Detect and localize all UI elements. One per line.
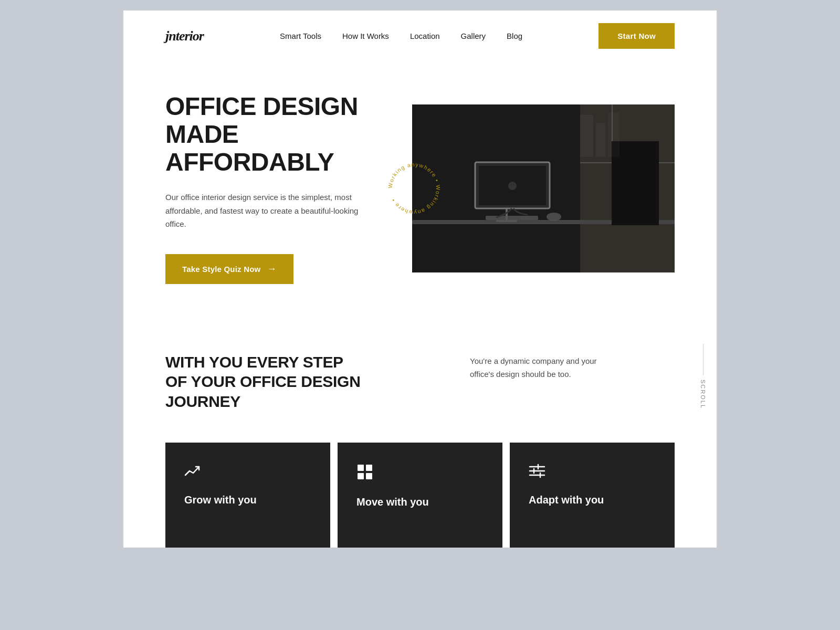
journey-right: You're a dynamic company and your office…: [428, 352, 675, 381]
nav-item-location[interactable]: Location: [410, 32, 440, 41]
trend-up-icon: [184, 464, 203, 478]
desk-scene-svg: [412, 104, 675, 272]
quiz-button-label: Take Style Quiz Now: [182, 265, 260, 274]
scroll-line: [703, 344, 704, 375]
svg-text:Working anywhere • Working any: Working anywhere • Working anywhere •: [387, 161, 442, 216]
journey-left: WITH YOU EVERY STEP OF YOUR OFFICE DESIG…: [165, 352, 428, 412]
start-now-button[interactable]: Start Now: [598, 23, 675, 49]
adjust-sliders-icon: [529, 464, 545, 478]
hero-image: [412, 104, 675, 272]
journey-description: You're a dynamic company and your office…: [470, 354, 617, 381]
circular-text-badge: Working anywhere • Working anywhere •: [385, 160, 443, 217]
navbar: jnterior Smart Tools How It Works Locati…: [123, 10, 717, 61]
sliders-icon: [529, 464, 656, 478]
card-grow-title: Grow with you: [184, 494, 311, 506]
svg-rect-18: [366, 465, 372, 471]
page-wrapper: jnterior Smart Tools How It Works Locati…: [123, 10, 717, 548]
svg-point-10: [508, 182, 517, 190]
hero-section: OFFICE DESIGN MADE AFFORDABLY Our office…: [123, 61, 717, 316]
quiz-button[interactable]: Take Style Quiz Now →: [165, 254, 293, 284]
trend-icon: [184, 464, 311, 478]
svg-rect-16: [608, 112, 620, 157]
journey-section: WITH YOU EVERY STEP OF YOUR OFFICE DESIG…: [123, 316, 717, 438]
nav-link-blog[interactable]: Blog: [507, 32, 522, 40]
journey-title: WITH YOU EVERY STEP OF YOUR OFFICE DESIG…: [165, 352, 428, 412]
office-photo: [412, 104, 675, 272]
card-move: Move with you: [338, 443, 502, 548]
svg-point-12: [547, 213, 561, 221]
grid-icon: [356, 464, 484, 480]
nav-item-blog[interactable]: Blog: [507, 32, 522, 41]
nav-link-how-it-works[interactable]: How It Works: [342, 32, 389, 40]
svg-rect-20: [366, 473, 372, 479]
svg-rect-15: [596, 123, 605, 157]
card-move-title: Move with you: [356, 496, 484, 508]
cards-section: Grow with you Move with you: [123, 443, 717, 548]
grid-squares-icon: [356, 464, 373, 480]
nav-links: Smart Tools How It Works Location Galler…: [280, 32, 522, 41]
svg-rect-14: [580, 115, 593, 157]
scroll-indicator: SCROLL: [700, 344, 706, 409]
scroll-label: SCROLL: [700, 380, 706, 409]
hero-description: Our office interior design service is th…: [165, 191, 370, 231]
svg-rect-11: [486, 216, 538, 220]
svg-rect-17: [358, 465, 364, 471]
nav-item-how-it-works[interactable]: How It Works: [342, 32, 389, 41]
nav-item-smart-tools[interactable]: Smart Tools: [280, 32, 321, 41]
svg-rect-19: [358, 473, 364, 479]
hero-title: OFFICE DESIGN MADE AFFORDABLY: [165, 93, 391, 176]
card-grow: Grow with you: [165, 443, 330, 548]
nav-link-smart-tools[interactable]: Smart Tools: [280, 32, 321, 40]
card-adapt: Adapt with you: [510, 443, 675, 548]
nav-item-gallery[interactable]: Gallery: [461, 32, 486, 41]
logo: jnterior: [165, 28, 204, 44]
svg-rect-7: [496, 220, 517, 222]
nav-link-location[interactable]: Location: [410, 32, 440, 40]
nav-link-gallery[interactable]: Gallery: [461, 32, 486, 40]
arrow-icon: →: [267, 264, 276, 275]
circular-text-svg: Working anywhere • Working anywhere •: [385, 160, 443, 217]
hero-left: OFFICE DESIGN MADE AFFORDABLY Our office…: [165, 93, 412, 284]
card-adapt-title: Adapt with you: [529, 494, 656, 506]
